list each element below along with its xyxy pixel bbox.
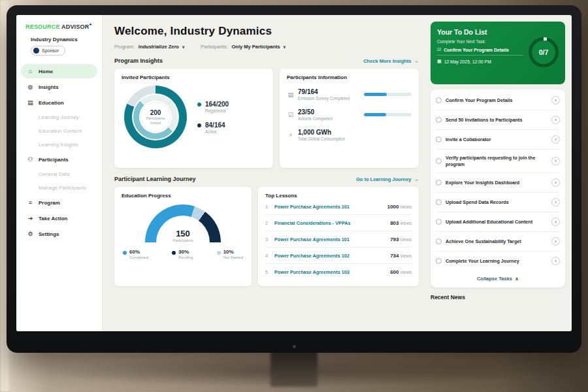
monitor-frame: RESOURCE ADVISOR+ Industry Dynamics Spon…	[7, 5, 581, 353]
lesson-rank: 3	[265, 237, 274, 242]
task-label: Verify participants requesting to join t…	[446, 155, 547, 167]
lesson-views-count: 803	[390, 220, 399, 226]
actions-icon: ☑	[287, 112, 295, 118]
chevron-right-icon[interactable]: ›	[551, 157, 560, 165]
journey-cards-row: Education Progress 150 Participants	[114, 187, 419, 286]
sidebar-item-take-action[interactable]: ➔ Take Action	[21, 211, 97, 225]
task-row-confirm-program[interactable]: Confirm Your Program Details ›	[436, 91, 560, 110]
legend-value: 84/164	[205, 122, 225, 129]
check-more-insights-label: Check More Insights	[363, 58, 411, 64]
lesson-row: 5 Power Purchase Agreements 103 600views	[265, 264, 412, 280]
lesson-rank: 4	[265, 253, 274, 258]
participants-info-title: Participants Information	[287, 74, 412, 80]
task-checkbox[interactable]	[436, 97, 442, 103]
lesson-views-count: 734	[390, 253, 399, 259]
task-checkbox[interactable]	[436, 180, 442, 186]
sidebar-nav: ⌂ Home ◍ Insights ▤ Education Learning J…	[16, 64, 102, 241]
task-checkbox[interactable]	[436, 258, 442, 264]
chevron-right-icon[interactable]: ›	[551, 116, 560, 124]
org-name: Industry Dynamics	[16, 37, 102, 42]
chevron-right-icon[interactable]: ›	[551, 198, 560, 206]
chevron-right-icon[interactable]: ›	[551, 96, 560, 105]
learning-journey-header: Participant Learning Journey Go to Learn…	[114, 176, 419, 182]
task-checkbox[interactable]	[436, 117, 442, 123]
lesson-link[interactable]: Power Purchase Agreements 101	[274, 237, 390, 242]
task-row-achieve-target[interactable]: Achieve One Sustainability Target ›	[436, 232, 560, 252]
sidebar: RESOURCE ADVISOR+ Industry Dynamics Spon…	[16, 15, 103, 331]
sponsor-badge[interactable]: Sponsor	[31, 46, 65, 56]
info-label: Emission Survey Completed	[298, 96, 361, 101]
arrow-right-icon: →	[414, 176, 419, 182]
section-title-learning-journey: Participant Learning Journey	[114, 176, 196, 182]
lesson-link[interactable]: Financial Considerations - VPPAs	[274, 220, 390, 226]
sidebar-item-label: Program	[39, 200, 60, 206]
chevron-right-icon[interactable]: ›	[551, 218, 560, 226]
sidebar-item-insights[interactable]: ◍ Insights	[21, 80, 97, 94]
task-checkbox[interactable]	[436, 199, 442, 205]
chevron-right-icon[interactable]: ›	[551, 178, 560, 187]
legend-label: Pending	[178, 255, 193, 259]
action-arrow-icon: ➔	[27, 215, 34, 221]
chevron-right-icon[interactable]: ›	[551, 257, 560, 265]
participants-select[interactable]: Only My Participants ∨	[232, 44, 286, 50]
collapse-tasks-link[interactable]: Collapse Tasks ∧	[436, 270, 560, 286]
donut-center-value: 200	[150, 109, 161, 116]
task-checkbox[interactable]	[436, 158, 442, 164]
task-row-upload-spend-data[interactable]: Upload Spend Data Records ›	[436, 193, 560, 212]
participants-select-value: Only My Participants	[232, 44, 280, 50]
chevron-right-icon[interactable]: ›	[551, 135, 560, 144]
sidebar-item-settings[interactable]: ⚙ Settings	[21, 227, 97, 241]
sidebar-item-program[interactable]: ≡ Program	[21, 195, 97, 210]
task-label: Achieve One Sustainability Target	[446, 238, 547, 245]
invited-legend: 164/200 Registered 84/164 Active	[197, 101, 229, 134]
education-progress-gauge-chart: 150 Participants	[145, 204, 221, 242]
insights-cards-row: Invited Participants 200 Participants In…	[114, 69, 419, 168]
task-checkbox[interactable]	[436, 137, 442, 142]
sponsor-icon	[33, 48, 39, 54]
chevron-down-icon: ∨	[283, 44, 286, 50]
sidebar-item-participants[interactable]: ⚇ Participants	[21, 152, 97, 167]
lesson-link[interactable]: Power Purchase Agreements 102	[274, 253, 390, 259]
todo-next-task-label: Confirm Your Program Details	[444, 48, 509, 52]
check-more-insights-link[interactable]: Check More Insights →	[363, 58, 419, 64]
sidebar-item-general-data[interactable]: General Data	[21, 168, 97, 180]
actions-progress-fill	[364, 113, 386, 116]
sidebar-item-learning-insights[interactable]: Learning Insights	[21, 139, 97, 151]
todo-next-task[interactable]: ☑ Confirm Your Program Details	[437, 47, 523, 56]
sidebar-item-label: Take Action	[39, 216, 67, 221]
lesson-views-label: views	[400, 270, 412, 274]
sidebar-item-education-content[interactable]: Education Content	[21, 125, 97, 137]
lesson-rank: 5	[265, 270, 274, 274]
arrow-right-icon: →	[414, 58, 419, 64]
task-label: Upload Spend Data Records	[446, 199, 547, 206]
task-row-invite-collaborator[interactable]: Invite a Collaborator ›	[436, 130, 560, 150]
task-row-upload-educational-content[interactable]: Upload Additional Educational Content ›	[436, 212, 560, 232]
sidebar-item-label: Learning Insights	[39, 142, 78, 148]
sidebar-item-education[interactable]: ▤ Education	[21, 95, 97, 110]
lesson-rank: 1	[265, 204, 274, 209]
task-row-verify-participants[interactable]: Verify participants requesting to join t…	[436, 150, 560, 173]
invited-card-title: Invited Participants	[122, 74, 266, 80]
lesson-views: 793views	[390, 237, 412, 242]
task-row-send-invitations[interactable]: Send 50 Invitations to Participants ›	[436, 110, 560, 130]
monitor-logo-dot	[293, 345, 296, 348]
sidebar-item-label: Learning Journey	[39, 114, 79, 120]
education-gauge-legend: 60% Completed 30% Pending	[122, 249, 244, 259]
chevron-right-icon[interactable]: ›	[551, 237, 560, 246]
go-to-learning-journey-link[interactable]: Go to Learning Journey →	[356, 176, 419, 182]
task-checkbox[interactable]	[436, 219, 442, 225]
info-row-consumption: ⚡ 1,000 GWh Total Global Consumption	[287, 129, 412, 141]
task-row-complete-learning-journey[interactable]: Complete Your Learning Journey ›	[436, 252, 560, 270]
task-row-explore-insights[interactable]: Explore Your Insights Dashboard ›	[436, 173, 560, 193]
legend-label: Registered	[205, 108, 229, 113]
program-select[interactable]: Industrialize Zero ∨	[139, 44, 185, 50]
sidebar-item-manage-participants[interactable]: Manage Participants	[21, 182, 97, 194]
lesson-link[interactable]: Power Purchase Agreements 101	[274, 204, 387, 210]
lesson-link[interactable]: Power Purchase Agreements 103	[274, 269, 390, 275]
people-icon: ⚇	[27, 156, 34, 163]
sidebar-item-learning-journey[interactable]: Learning Journey	[21, 111, 97, 123]
sidebar-item-home[interactable]: ⌂ Home	[21, 64, 97, 78]
legend-dot-completed	[123, 251, 127, 255]
lesson-row: 4 Power Purchase Agreements 102 734views	[265, 248, 412, 264]
task-checkbox[interactable]	[436, 238, 442, 244]
